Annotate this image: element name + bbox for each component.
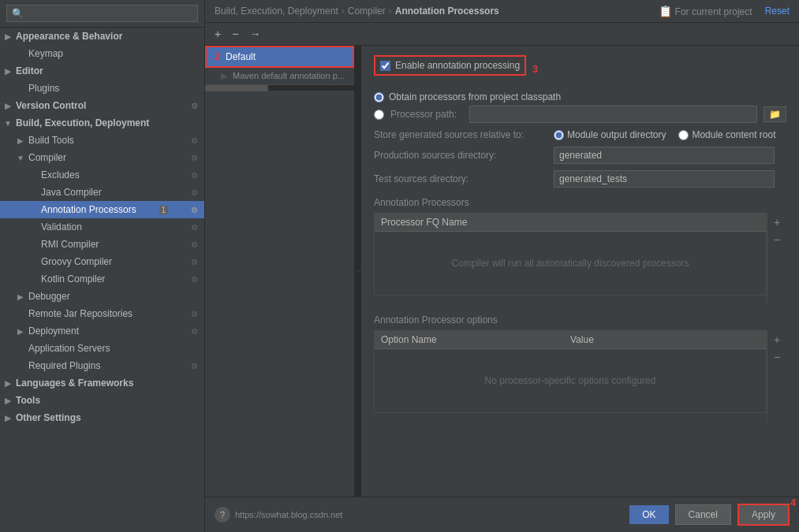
breadcrumb-part3: Annotation Processors (395, 6, 499, 17)
browse-button[interactable]: 📁 (764, 106, 786, 122)
sidebar-item-version-control[interactable]: Version Control ⚙ (0, 97, 204, 114)
sidebar-item-label: Tools (16, 395, 40, 406)
sidebar-item-other-settings[interactable]: Other Settings (0, 409, 204, 426)
list-item-maven[interactable]: ▶ Maven default annotation p... (205, 68, 354, 84)
module-output-option: Module output directory (554, 129, 666, 140)
test-sources-input[interactable] (554, 170, 775, 188)
option-name-col: Option Name (381, 334, 570, 345)
annotation-processors-title: Annotation Processors (374, 197, 786, 208)
drag-handle[interactable]: ⋮ (355, 46, 361, 497)
sidebar-item-remote-jar[interactable]: Remote Jar Repositories ⚙ (0, 305, 204, 322)
sidebar-item-required-plugins[interactable]: Required Plugins ⚙ (0, 357, 204, 374)
annotation-4: 4 (790, 497, 796, 508)
settings-icon: ⚙ (191, 171, 198, 180)
module-content-option: Module content root (678, 129, 775, 140)
tree-arrow-editor (3, 67, 13, 76)
tree-arrow-build (3, 119, 13, 128)
sidebar-item-label: Excludes (41, 169, 80, 180)
production-sources-input[interactable] (554, 147, 775, 164)
ok-button[interactable]: OK (629, 505, 668, 524)
tree-arrow-deployment (16, 327, 25, 336)
breadcrumb-sep1: › (342, 6, 345, 17)
ap-add-button[interactable]: + (769, 214, 785, 230)
sidebar-item-app-servers[interactable]: Application Servers (0, 340, 204, 357)
table-body-options: No processor-specific options configured (375, 349, 766, 412)
sidebar-item-build-tools[interactable]: Build Tools ⚙ (0, 132, 204, 149)
header-right: 📋 For current project Reset (659, 5, 790, 17)
sidebar-item-keymap[interactable]: Keymap (0, 45, 204, 62)
sidebar-item-label: Java Compiler (41, 187, 102, 198)
table-header-options: Option Name Value (375, 331, 766, 349)
tree-arrow-other (3, 414, 13, 422)
processor-path-input[interactable] (469, 106, 757, 123)
sidebar-item-languages[interactable]: Languages & Frameworks (0, 374, 204, 392)
sidebar-item-debugger[interactable]: Debugger (0, 288, 204, 305)
settings-panel: Enable annotation processing 3 Obtain pr… (361, 46, 799, 497)
sidebar-item-label: Deployment (28, 326, 79, 337)
main-window: Appearance & Behavior Keymap Editor Plug… (0, 0, 799, 532)
sidebar-item-compiler[interactable]: Compiler ⚙ (0, 149, 204, 166)
horizontal-scrollbar[interactable] (205, 84, 354, 91)
module-content-radio[interactable] (678, 130, 689, 140)
settings-icon: ⚙ (191, 310, 198, 318)
processor-path-radio[interactable] (374, 110, 384, 120)
sidebar-item-label: Compiler (28, 152, 66, 163)
sidebar-item-build[interactable]: Build, Execution, Deployment (0, 114, 204, 132)
sidebar-item-label: Version Control (16, 100, 86, 111)
sidebar-item-kotlin-compiler[interactable]: Kotlin Compiler ⚙ (0, 270, 204, 288)
sidebar-item-excludes[interactable]: Excludes ⚙ (0, 166, 204, 184)
search-bar[interactable] (0, 0, 204, 28)
add-button[interactable]: + (211, 26, 224, 42)
settings-icon: ⚙ (191, 362, 198, 370)
sidebar-item-editor[interactable]: Editor (0, 62, 204, 80)
settings-icon: ⚙ (191, 188, 198, 197)
sidebar-item-rmi-compiler[interactable]: RMI Compiler ⚙ (0, 236, 204, 253)
enable-annotation-checkbox[interactable] (380, 61, 390, 71)
search-input[interactable] (6, 5, 198, 22)
breadcrumb-part2: Compiler (348, 6, 386, 17)
sidebar-item-groovy-compiler[interactable]: Groovy Compiler ⚙ (0, 253, 204, 270)
obtain-classpath-radio[interactable] (374, 92, 384, 102)
apply-button[interactable]: Apply (737, 504, 790, 526)
annotation-processors-table-container: Processor FQ Name Compiler will run all … (374, 213, 786, 305)
sidebar-item-tools[interactable]: Tools (0, 392, 204, 409)
move-button[interactable]: → (246, 26, 263, 42)
reset-button[interactable]: Reset (765, 6, 790, 17)
sidebar-item-java-compiler[interactable]: Java Compiler ⚙ (0, 184, 204, 201)
sidebar-item-label: Build Tools (28, 135, 74, 146)
sidebar-item-deployment[interactable]: Deployment ⚙ (0, 322, 204, 340)
sidebar-item-label: Remote Jar Repositories (28, 308, 133, 319)
table-header-ap: Processor FQ Name (375, 214, 766, 232)
cancel-button[interactable]: Cancel (675, 504, 731, 525)
ap-remove-button[interactable]: − (769, 232, 785, 247)
production-sources-row: Production sources directory: (374, 147, 786, 164)
breadcrumb: Build, Execution, Deployment › Compiler … (215, 6, 499, 17)
sidebar-item-appearance[interactable]: Appearance & Behavior (0, 28, 204, 45)
settings-icon: ⚙ (191, 102, 198, 110)
remove-button[interactable]: − (229, 26, 241, 42)
annotation-options-title: Annotation Processor options (374, 314, 786, 326)
sidebar-item-annotation-processors[interactable]: Annotation Processors 1 ⚙ (0, 201, 204, 218)
bottom-right: OK Cancel Apply 4 (629, 504, 790, 526)
annotation-badge: 1 (159, 206, 169, 214)
module-output-radio[interactable] (554, 130, 564, 140)
obtain-classpath-row: Obtain processors from project classpath (374, 91, 786, 102)
test-sources-row: Test sources directory: (374, 170, 786, 188)
annotation-2: 2 (215, 51, 220, 62)
options-add-button[interactable]: + (769, 332, 785, 348)
list-item-default[interactable]: 2 Default (205, 46, 354, 68)
sidebar-item-validation[interactable]: Validation ⚙ (0, 218, 204, 236)
tree-arrow-tools (3, 396, 13, 405)
sidebar-item-label: Kotlin Compiler (41, 273, 105, 285)
store-sources-label: Store generated sources relative to: (374, 129, 547, 140)
list-item-label: 2 Default (215, 51, 256, 62)
settings-icon: ⚙ (191, 136, 198, 145)
enable-annotation-label: Enable annotation processing (395, 60, 520, 71)
sidebar-item-label: Debugger (28, 291, 70, 302)
options-remove-button[interactable]: − (769, 349, 785, 365)
sidebar-item-plugins[interactable]: Plugins (0, 80, 204, 97)
tree-arrow-languages (3, 379, 13, 388)
radio-options: Module output directory Module content r… (554, 129, 775, 140)
help-button[interactable]: ? (215, 507, 230, 523)
scrollbar-thumb[interactable] (205, 85, 268, 91)
